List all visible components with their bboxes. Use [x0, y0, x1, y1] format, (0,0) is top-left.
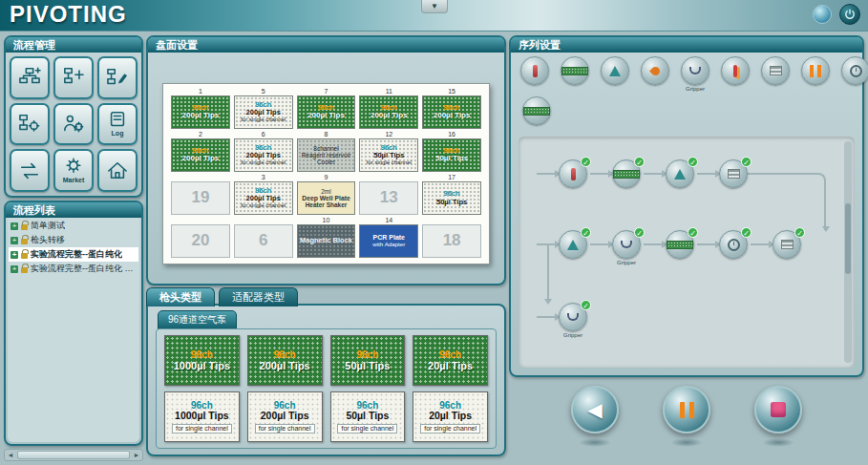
process-list-item[interactable]: 实验流程完整--蛋白纯化: [9, 247, 138, 262]
flow-node[interactable]: ✓: [534, 230, 587, 259]
flow-step-circle[interactable]: ✓: [559, 230, 587, 259]
deck-slot[interactable]: 11 96ch 200µl Tips: [359, 88, 418, 129]
tab-tip-type[interactable]: 枪头类型: [146, 287, 215, 306]
flow-step-circle[interactable]: ✓: [719, 159, 748, 188]
tip-size: 20µl Tips: [429, 411, 472, 422]
flow-node[interactable]: ✓ Gripper: [587, 230, 641, 259]
sequence-step-button[interactable]: [841, 56, 868, 85]
deck-slot[interactable]: 10 Magnetic Block: [297, 217, 356, 258]
slot-number: 3: [234, 174, 293, 181]
flow-node[interactable]: ✓: [748, 230, 801, 259]
sequence-step-button[interactable]: [641, 56, 669, 85]
deck-slot[interactable]: 15 96ch 200µl Tips: [422, 88, 481, 129]
pause-button[interactable]: [663, 386, 710, 433]
expand-icon[interactable]: [11, 237, 18, 244]
tip-box-white[interactable]: 96ch 200µl Tips for single channel: [247, 391, 323, 442]
edit-flow-button[interactable]: [97, 56, 138, 99]
flow-step-circle[interactable]: ✓ Gripper: [612, 230, 641, 259]
flow-step-circle[interactable]: ✓: [666, 159, 694, 188]
tip-box-green[interactable]: 96ch 200µl Tips: [247, 335, 323, 386]
process-list-item[interactable]: 枪头转移: [9, 233, 138, 247]
lock-icon: [21, 253, 28, 259]
add-node-button[interactable]: [53, 56, 94, 99]
process-list-item[interactable]: 简单测试: [9, 219, 138, 233]
deck-slot[interactable]: 16 96ch 50µl Tips: [422, 131, 481, 172]
deck-slot[interactable]: 19: [171, 174, 230, 215]
scrollbar-thumb[interactable]: [17, 451, 130, 459]
sequence-step-button[interactable]: [520, 56, 549, 85]
user-settings-button[interactable]: [53, 103, 94, 146]
minimize-button[interactable]: [813, 5, 832, 24]
flow-step-circle[interactable]: ✓: [773, 230, 801, 259]
process-list-item[interactable]: 实验流程完整--蛋白纯化 1列 3: [9, 262, 138, 276]
plate-line2: 200µl Tips: [246, 195, 281, 202]
flow-node[interactable]: ✓: [641, 230, 694, 259]
deck-slot[interactable]: 12 96ch 50µl Tips for single channel: [359, 131, 418, 172]
flow-step-circle[interactable]: ✓: [719, 230, 748, 259]
flow-step-circle[interactable]: ✓ Gripper: [559, 303, 587, 331]
flow-node[interactable]: ✓: [694, 159, 748, 188]
deck-slot[interactable]: 18: [422, 217, 481, 258]
deck-slot[interactable]: 5 96ch 200µl Tips for single channel: [234, 88, 293, 129]
tip-box-green[interactable]: 96ch 20µl Tips: [413, 335, 488, 386]
deck-slot[interactable]: 2 96ch 200µl Tips: [171, 131, 230, 172]
deck-slot[interactable]: 7 96ch 200µl Tips: [297, 88, 356, 129]
tip-box-white[interactable]: 96ch 50µl Tips for single channel: [330, 391, 406, 442]
vertical-scrollbar[interactable]: [844, 141, 852, 363]
flow-step-circle[interactable]: ✓: [666, 230, 694, 259]
tool-grid: Log Market: [6, 53, 141, 196]
deck-slot[interactable]: 9 2ml Deep Well Plate Heater Shaker: [297, 174, 356, 215]
top-dropdown[interactable]: ▼: [421, 0, 448, 13]
flow-node[interactable]: ✓: [587, 159, 641, 188]
horizontal-scrollbar[interactable]: ◄ ►: [4, 449, 143, 461]
flow-node[interactable]: ✓: [641, 159, 694, 188]
home-button[interactable]: [97, 149, 138, 192]
flow-step-circle[interactable]: ✓: [559, 159, 587, 188]
play-button[interactable]: ◀: [571, 386, 619, 433]
flow-settings-button[interactable]: [10, 103, 50, 146]
scrollbar-thumb[interactable]: [845, 203, 851, 274]
expand-icon[interactable]: [11, 222, 18, 230]
expand-icon[interactable]: [11, 265, 18, 273]
stop-button[interactable]: [754, 386, 802, 433]
tip-channel: 96ch: [356, 349, 378, 360]
log-button[interactable]: Log: [97, 103, 138, 146]
labware-plate: 96ch 50µl Tips: [422, 138, 481, 172]
tab-adapter-type[interactable]: 适配器类型: [219, 287, 298, 306]
flow-step-circle[interactable]: ✓: [612, 159, 641, 188]
deck-slot[interactable]: 13: [359, 174, 418, 215]
tip-box-green[interactable]: 96ch 50µl Tips: [330, 335, 406, 386]
scroll-right-icon[interactable]: ►: [131, 452, 142, 458]
flow-node[interactable]: ✓: [694, 230, 748, 259]
sequence-step-button[interactable]: [761, 56, 790, 85]
flow-node[interactable]: ✓: [534, 159, 587, 188]
sequence-step-button[interactable]: [721, 56, 750, 85]
new-flow-button[interactable]: [10, 56, 50, 99]
tip-box-white[interactable]: 96ch 1000µl Tips for single channel: [164, 391, 240, 442]
sequence-step-button[interactable]: Gripper: [681, 56, 709, 85]
deck-slot[interactable]: 3 96ch 200µl Tips for single channel: [234, 174, 293, 215]
deck-slot[interactable]: 14 PCR Plate with Adapter: [359, 217, 418, 258]
tip-size: 1000µl Tips: [174, 360, 230, 371]
scroll-left-icon[interactable]: ◄: [5, 452, 16, 458]
sequence-step-button[interactable]: [522, 96, 551, 125]
subtab-96ch-pump[interactable]: 96通道空气泵: [158, 310, 237, 329]
sequence-step-button[interactable]: [561, 56, 589, 85]
power-button[interactable]: [839, 4, 860, 25]
deck-slot[interactable]: 17 96ch 50µl Tips: [422, 174, 481, 215]
sequence-step-button[interactable]: [601, 56, 629, 85]
transfer-button[interactable]: [10, 149, 50, 192]
sequence-step-button[interactable]: [801, 56, 830, 85]
market-button[interactable]: Market: [53, 149, 94, 192]
expand-icon[interactable]: [11, 251, 18, 259]
tip-box-green[interactable]: 96ch 1000µl Tips: [164, 335, 240, 386]
labware-plate: PCR Plate with Adapter: [359, 224, 418, 258]
deck-slot[interactable]: 8 8channel Reagent reservoir Cooler: [297, 131, 356, 172]
check-badge: ✓: [741, 157, 752, 167]
tip-box-white[interactable]: 96ch 20µl Tips for single channel: [413, 391, 488, 442]
deck-slot[interactable]: 20: [171, 217, 230, 258]
deck-slot[interactable]: 6: [234, 217, 293, 258]
deck-slot[interactable]: 1 96ch 200µl Tips: [171, 88, 230, 129]
flow-node[interactable]: ✓ Gripper: [534, 303, 587, 331]
deck-slot[interactable]: 6 96ch 200µl Tips for single channel: [234, 131, 293, 172]
